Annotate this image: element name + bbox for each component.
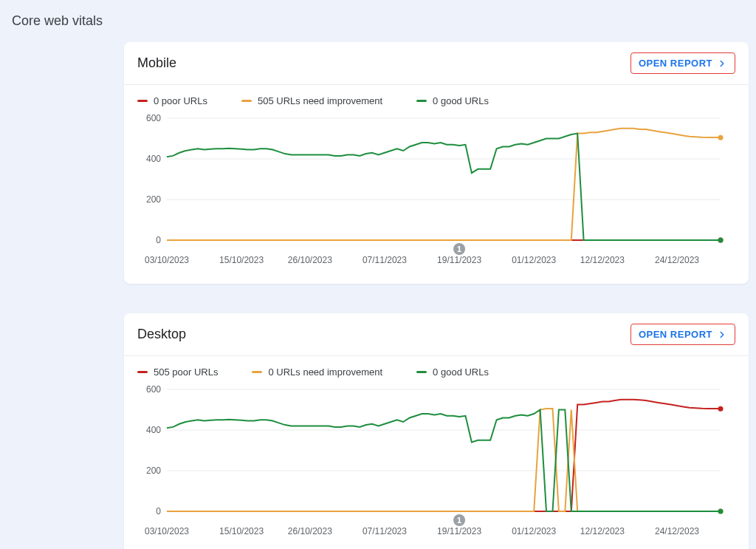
legend-good: 0 good URLs	[416, 366, 489, 378]
legend-poor-label: 0 poor URLs	[154, 95, 207, 106]
svg-text:24/12/2023: 24/12/2023	[655, 255, 699, 265]
svg-text:200: 200	[146, 194, 161, 205]
svg-point-31	[718, 509, 724, 514]
svg-text:03/10/2023: 03/10/2023	[145, 526, 189, 536]
svg-text:400: 400	[146, 425, 161, 435]
svg-text:15/10/2023: 15/10/2023	[219, 526, 264, 536]
svg-text:07/11/2023: 07/11/2023	[362, 255, 407, 265]
legend-good: 0 good URLs	[416, 95, 489, 106]
open-report-button[interactable]: OPEN REPORT	[630, 324, 735, 345]
swatch-good-icon	[416, 100, 427, 102]
svg-text:15/10/2023: 15/10/2023	[219, 255, 264, 265]
legend-ni-label: 505 URLs need improvement	[258, 95, 382, 106]
svg-text:600: 600	[146, 113, 161, 123]
legend-good-label: 0 good URLs	[433, 95, 489, 106]
card-title-desktop: Desktop	[137, 327, 186, 342]
open-report-label: OPEN REPORT	[639, 58, 712, 69]
svg-point-10	[718, 238, 724, 243]
svg-text:0: 0	[156, 506, 161, 516]
chart-mobile: 020040060003/10/202315/10/202326/10/2023…	[124, 109, 749, 284]
svg-text:200: 200	[146, 466, 161, 476]
legend-poor: 505 poor URLs	[137, 366, 218, 378]
svg-text:12/12/2023: 12/12/2023	[580, 255, 625, 265]
legend-good-label: 0 good URLs	[433, 366, 489, 378]
chart-desktop: 020040060003/10/202315/10/202326/10/2023…	[124, 381, 749, 549]
desktop-card: Desktop OPEN REPORT 505 poor URLs 0 URLs…	[124, 313, 749, 549]
svg-text:1: 1	[457, 516, 461, 525]
page-title: Core web vitals	[12, 13, 747, 29]
svg-text:600: 600	[146, 384, 161, 395]
card-header: Mobile OPEN REPORT	[124, 42, 749, 85]
card-header: Desktop OPEN REPORT	[124, 313, 749, 356]
svg-text:1: 1	[457, 245, 461, 253]
open-report-button[interactable]: OPEN REPORT	[630, 52, 735, 74]
svg-text:400: 400	[146, 154, 161, 164]
svg-point-29	[718, 406, 724, 412]
legend-ni: 505 URLs need improvement	[241, 95, 382, 106]
svg-text:01/12/2023: 01/12/2023	[512, 255, 556, 265]
swatch-poor-icon	[137, 371, 148, 373]
svg-text:0: 0	[156, 235, 161, 245]
svg-text:03/10/2023: 03/10/2023	[145, 255, 189, 265]
svg-text:12/12/2023: 12/12/2023	[580, 526, 625, 536]
mobile-card: Mobile OPEN REPORT 0 poor URLs 505 URLs …	[124, 42, 749, 284]
legend-mobile: 0 poor URLs 505 URLs need improvement 0 …	[124, 85, 749, 109]
svg-text:24/12/2023: 24/12/2023	[655, 526, 699, 536]
svg-point-9	[718, 135, 724, 140]
legend-ni-label: 0 URLs need improvement	[268, 366, 382, 378]
chevron-right-icon	[717, 330, 727, 340]
swatch-poor-icon	[137, 100, 148, 102]
svg-text:07/11/2023: 07/11/2023	[362, 526, 407, 536]
legend-ni: 0 URLs need improvement	[252, 366, 382, 378]
svg-text:19/11/2023: 19/11/2023	[437, 526, 481, 536]
legend-desktop: 505 poor URLs 0 URLs need improvement 0 …	[124, 356, 749, 381]
card-title-mobile: Mobile	[137, 55, 176, 71]
chart-svg-desktop: 020040060003/10/202315/10/202326/10/2023…	[137, 382, 735, 545]
svg-text:19/11/2023: 19/11/2023	[437, 255, 481, 265]
legend-poor: 0 poor URLs	[137, 95, 207, 106]
chart-svg-mobile: 020040060003/10/202315/10/202326/10/2023…	[137, 111, 735, 273]
swatch-ni-icon	[241, 100, 252, 102]
chevron-right-icon	[717, 58, 727, 69]
swatch-good-icon	[416, 371, 427, 373]
svg-text:01/12/2023: 01/12/2023	[512, 526, 556, 536]
svg-text:26/10/2023: 26/10/2023	[288, 255, 332, 265]
swatch-ni-icon	[252, 371, 262, 373]
open-report-label: OPEN REPORT	[639, 329, 712, 340]
svg-text:26/10/2023: 26/10/2023	[288, 526, 332, 536]
legend-poor-label: 505 poor URLs	[154, 366, 218, 378]
